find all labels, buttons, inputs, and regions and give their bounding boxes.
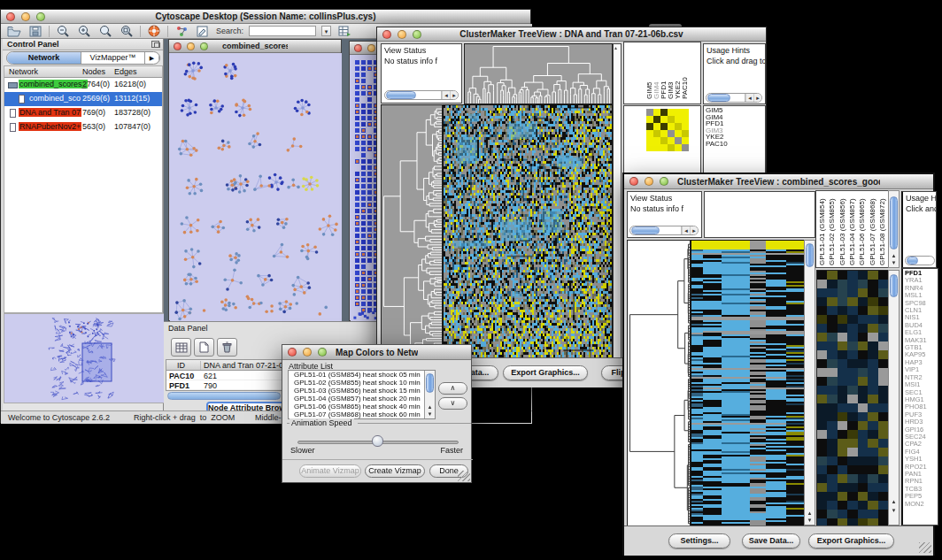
zoom-selected-icon[interactable] [119,25,135,37]
scroll-gutter[interactable]: ▴ [613,43,622,358]
node-editor-icon[interactable] [174,25,189,37]
network1-titlebar[interactable]: combined_scores_good.txt--cluste... [169,40,341,53]
attribute-list-scrollbar[interactable]: ▴ ▾ [424,371,435,418]
network-row[interactable]: RNAPuberNov2+563(0)107847(0) [4,120,162,134]
create-vizmap-button[interactable]: Create Vizmap [365,464,425,478]
col-header-nodes[interactable]: Nodes [82,67,105,76]
slider-thumb[interactable] [372,435,383,447]
delete-attribute-trash-icon[interactable] [217,338,237,357]
zoom-button[interactable] [318,348,327,357]
row-dendrogram-canvas[interactable] [381,104,443,359]
zoom-matrix-canvas[interactable] [646,109,689,151]
close-button[interactable] [6,12,15,21]
minimize-button[interactable] [21,12,30,21]
attribute-select-icon[interactable] [171,338,191,357]
col-header-edges[interactable]: Edges [114,67,137,76]
minimize-button[interactable] [187,42,195,50]
column-label[interactable]: GPL51-01 (GSM854) [818,198,826,265]
zoom-button[interactable] [36,12,45,21]
column-label[interactable]: GPL51-06 (GSM865) [858,198,866,265]
network-overview-canvas[interactable] [4,313,165,403]
new-attribute-icon[interactable] [194,338,214,357]
tab-overflow-icon[interactable]: ▶ [145,52,159,64]
col-header-network[interactable]: Network [9,67,38,76]
annotation-icon[interactable] [195,25,211,37]
zoom-out-icon[interactable] [55,25,71,37]
open-file-icon[interactable] [6,25,22,37]
column-labels-scrollbar[interactable]: ▴▾ [888,190,900,268]
network-table-header[interactable]: Network Nodes Edges [4,66,162,78]
heatmap-scrollbar[interactable]: ▴▾ [804,240,815,525]
settings-button[interactable]: Settings... [668,533,730,548]
close-button[interactable] [382,30,391,39]
zoom-fit-icon[interactable] [97,25,113,37]
network-row[interactable]: DNA and Tran 07769(0)183728(0) [4,106,162,120]
zoom-heatmap-canvas[interactable] [816,270,889,527]
column-dendrogram-canvas[interactable] [464,43,613,104]
export-graphics-button[interactable]: Export Graphics... [808,533,894,548]
attribute-item[interactable]: GPL51-04 (GSM857) heat shock 20 min [291,395,435,403]
float-panel-icon[interactable] [151,41,159,48]
zoom-in-icon[interactable] [76,25,92,37]
heatmap-canvas[interactable] [443,104,613,359]
animate-vizmap-button[interactable]: Animate Vizmap [299,464,361,478]
column-label[interactable]: GPL51-07 (GSM868) [869,198,876,265]
attribute-item[interactable]: GPL51-07 (GSM868) heat shock 60 min [291,410,435,418]
view-status-scrollbar[interactable]: ◂▸ [629,226,699,235]
close-button[interactable] [629,177,638,186]
resize-grip[interactable] [458,471,470,481]
help-lifebuoy-icon[interactable] [146,25,162,37]
network1-canvas[interactable] [170,53,342,321]
zoom-button[interactable] [200,42,208,50]
attribute-item[interactable]: GPL51-06 (GSM865) heat shock 40 min [291,403,435,410]
column-label[interactable]: GPL51-02 (GSM855) [828,198,836,265]
close-button[interactable] [174,42,181,50]
heatmap-canvas[interactable] [691,240,805,527]
column-label[interactable]: GPL51-08 (GSM872) [878,198,886,265]
treeview2-titlebar[interactable]: ClusterMaker TreeView : combined_scores_… [624,174,933,189]
save-icon[interactable] [27,25,43,37]
minimize-button[interactable] [303,348,312,357]
save-data-button[interactable]: Save Data... [742,533,800,548]
row-label[interactable]: PAC10 [706,141,765,148]
data-panel-hscrollbar[interactable] [167,392,281,400]
network-row[interactable]: combined_sco2569(6)13112(15) [4,92,162,106]
close-button[interactable] [288,348,297,357]
resize-grip[interactable] [919,542,931,553]
minimize-button[interactable] [645,177,653,186]
search-input[interactable] [249,26,316,36]
gene-labels-list[interactable]: PFD1YRA1RNR4MSL1SPC98CLN1NIS1BUD4ELG1MAK… [901,268,938,525]
column-label[interactable]: PAC10 [681,77,689,99]
usage-hints-scrollbar[interactable]: ◂▸ [706,93,762,103]
usage-hints-scrollbar[interactable] [905,256,935,265]
tab-vizmapper[interactable]: VizMapper™ [81,52,145,64]
view-status-scrollbar[interactable]: ◂▸ [384,90,459,100]
attribute-item[interactable]: GPL51-01 (GSM854) heat shock 05 min [291,371,435,379]
move-down-button[interactable]: ∨ [438,397,467,410]
tv1-column-labels[interactable]: GIM5GIM4PFD1GIM3YKE2PAC10 [645,44,697,103]
close-button[interactable] [354,44,362,52]
treeview1-titlebar[interactable]: ClusterMaker TreeView : DNA and Tran 07-… [377,27,766,42]
row-dendrogram-canvas[interactable] [627,240,691,527]
export-graphics-button[interactable]: Export Graphics... [503,365,588,380]
attribute-item[interactable]: GPL51-03 (GSM856) heat shock 15 min [291,387,435,395]
column-label[interactable]: GPL51-04 (GSM857) [848,198,856,265]
zoom-button[interactable] [660,177,668,186]
zoom-scrollbar[interactable]: ▴▾ [888,270,900,525]
id-column-header[interactable]: ID [177,361,185,370]
import-table-icon[interactable] [336,25,352,37]
minimize-button[interactable] [398,30,406,39]
search-dropdown-icon[interactable]: ▾ [321,26,331,36]
zoom-button[interactable] [413,30,421,39]
column-label[interactable]: GPL51-03 (GSM856) [838,198,846,265]
tab-network[interactable]: Network [7,52,81,64]
network-row[interactable]: combined_scores_2764(0)16218(0) [4,78,162,92]
tv2-column-labels[interactable]: GPL51-01 (GSM854)GPL51-02 (GSM855)GPL51-… [818,193,888,267]
move-up-button[interactable]: ∧ [438,382,467,395]
dialog-titlebar[interactable]: Map Colors to Network [282,345,471,360]
gene-label[interactable]: MON2 [905,501,938,508]
column-dendrogram-area[interactable] [704,191,815,238]
minimize-button[interactable] [367,44,375,52]
attribute-item[interactable]: GPL51-02 (GSM855) heat shock 10 min [291,379,435,387]
main-titlebar[interactable]: Cytoscape Desktop (Session Name: collins… [1,10,530,24]
